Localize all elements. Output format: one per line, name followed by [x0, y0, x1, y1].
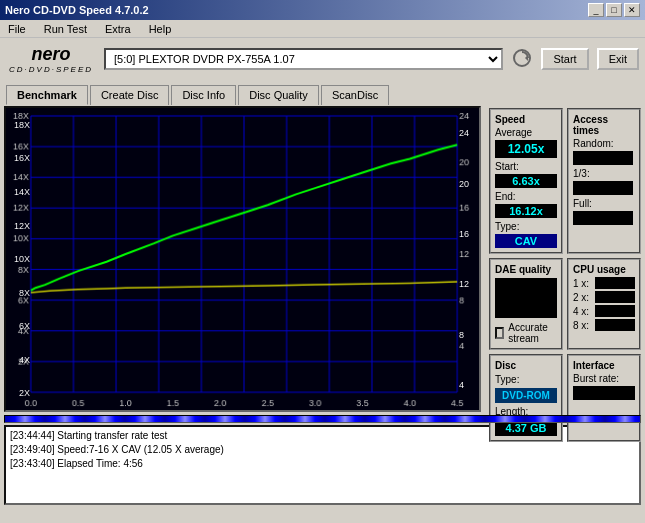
- dae-cpu-row: DAE quality Accurate stream CPU usage 1 …: [489, 258, 641, 350]
- disc-interface-row: Disc Type: DVD-ROM Length: 4.37 GB Inter…: [489, 354, 641, 442]
- access-random-label: Random:: [573, 138, 614, 149]
- speed-average-value: 12.05x: [495, 140, 557, 158]
- cpu-2x-row: 2 x:: [573, 291, 635, 303]
- tab-discquality[interactable]: Disc Quality: [238, 85, 319, 105]
- menu-help[interactable]: Help: [145, 22, 176, 36]
- log-line-2: [23:43:40] Elapsed Time: 4:56: [10, 457, 635, 471]
- logo-sub: CD·DVD·SPEED: [9, 65, 93, 74]
- main-body: 2X 4X 6X 8X 10X 12X 14X 16X 18X 4 8 12 1…: [0, 104, 645, 414]
- cpu-title: CPU usage: [573, 264, 635, 275]
- minimize-button[interactable]: _: [588, 3, 604, 17]
- disc-type-label: Type:: [495, 374, 519, 385]
- speed-type-value: CAV: [495, 234, 557, 248]
- cpu-4x-label: 4 x:: [573, 306, 589, 317]
- close-button[interactable]: ✕: [624, 3, 640, 17]
- access-random-value: [573, 151, 633, 165]
- disc-group: Disc Type: DVD-ROM Length: 4.37 GB: [489, 354, 563, 442]
- drive-select[interactable]: [5:0] PLEXTOR DVDR PX-755A 1.07: [104, 48, 503, 70]
- cpu-8x-label: 8 x:: [573, 320, 589, 331]
- logo-nero: nero: [31, 44, 70, 65]
- interface-group: Interface Burst rate:: [567, 354, 641, 442]
- app-title: Nero CD-DVD Speed 4.7.0.2: [5, 4, 149, 16]
- access-full-row: Full:: [573, 198, 635, 209]
- speed-average-row: Average: [495, 127, 557, 138]
- exit-button[interactable]: Exit: [597, 48, 639, 70]
- speed-start-label: Start:: [495, 161, 519, 172]
- access-group: Access times Random: 1/3: Full:: [567, 108, 641, 254]
- refresh-icon: [511, 47, 533, 69]
- dae-group: DAE quality Accurate stream: [489, 258, 563, 350]
- svg-marker-1: [525, 55, 528, 61]
- cpu-group: CPU usage 1 x: 2 x: 4 x: 8 x:: [567, 258, 641, 350]
- chart-canvas: [6, 108, 479, 410]
- cpu-4x-row: 4 x:: [573, 305, 635, 317]
- dae-accurate-checkbox[interactable]: [495, 327, 504, 339]
- speed-title: Speed: [495, 114, 557, 125]
- cpu-2x-value: [595, 291, 635, 303]
- tab-scandisc[interactable]: ScanDisc: [321, 85, 389, 105]
- burst-rate-label: Burst rate:: [573, 373, 619, 384]
- dae-accurate-row: Accurate stream: [495, 322, 557, 344]
- y-axis-left: 2X 4X 6X 8X 10X 12X 14X 16X 18X: [8, 108, 30, 410]
- disc-title: Disc: [495, 360, 557, 371]
- cpu-1x-value: [595, 277, 635, 289]
- menu-bar: File Run Test Extra Help: [0, 20, 645, 38]
- access-third-row: 1/3:: [573, 168, 635, 179]
- dae-title: DAE quality: [495, 264, 557, 275]
- interface-title: Interface: [573, 360, 635, 371]
- cpu-8x-row: 8 x:: [573, 319, 635, 331]
- tab-createdisc[interactable]: Create Disc: [90, 85, 169, 105]
- log-line-1: [23:49:40] Speed:7-16 X CAV (12.05 X ave…: [10, 443, 635, 457]
- chart-inner: 2X 4X 6X 8X 10X 12X 14X 16X 18X 4 8 12 1…: [4, 106, 481, 412]
- access-random-row: Random:: [573, 138, 635, 149]
- progress-fill: [5, 416, 640, 422]
- access-third-label: 1/3:: [573, 168, 590, 179]
- speed-group: Speed Average 12.05x Start: 6.63x End: 1…: [489, 108, 563, 254]
- cpu-2x-label: 2 x:: [573, 292, 589, 303]
- cpu-1x-label: 1 x:: [573, 278, 589, 289]
- burst-rate-row: Burst rate:: [573, 373, 635, 384]
- chart-area: 2X 4X 6X 8X 10X 12X 14X 16X 18X 4 8 12 1…: [0, 104, 485, 414]
- speed-end-label: End:: [495, 191, 516, 202]
- logo: nero CD·DVD·SPEED: [6, 44, 96, 74]
- progress-bar: [4, 415, 641, 423]
- tabs-area: Benchmark Create Disc Disc Info Disc Qua…: [0, 80, 645, 104]
- maximize-button[interactable]: □: [606, 3, 622, 17]
- speed-type-row: Type:: [495, 221, 557, 232]
- refresh-button[interactable]: [511, 47, 533, 72]
- right-panel: Speed Average 12.05x Start: 6.63x End: 1…: [485, 104, 645, 414]
- speed-end-value: 16.12x: [495, 204, 557, 218]
- access-full-value: [573, 211, 633, 225]
- tab-benchmark[interactable]: Benchmark: [6, 85, 88, 105]
- title-bar: Nero CD-DVD Speed 4.7.0.2 _ □ ✕: [0, 0, 645, 20]
- access-third-value: [573, 181, 633, 195]
- window-controls: _ □ ✕: [588, 3, 640, 17]
- speed-type-label: Type:: [495, 221, 519, 232]
- cpu-8x-value: [595, 319, 635, 331]
- cpu-1x-row: 1 x:: [573, 277, 635, 289]
- disc-type-value: DVD-ROM: [495, 388, 557, 403]
- y-axis-right: 4 8 12 16 20 24: [459, 108, 477, 410]
- start-button[interactable]: Start: [541, 48, 588, 70]
- menu-runtest[interactable]: Run Test: [40, 22, 91, 36]
- menu-file[interactable]: File: [4, 22, 30, 36]
- speed-average-label: Average: [495, 127, 532, 138]
- burst-rate-value: [573, 386, 635, 400]
- disc-type-row: Type:: [495, 374, 557, 385]
- speed-start-value: 6.63x: [495, 174, 557, 188]
- tab-discinfo[interactable]: Disc Info: [171, 85, 236, 105]
- header-area: nero CD·DVD·SPEED [5:0] PLEXTOR DVDR PX-…: [0, 38, 645, 80]
- menu-extra[interactable]: Extra: [101, 22, 135, 36]
- cpu-4x-value: [595, 305, 635, 317]
- dae-accurate-label: Accurate stream: [508, 322, 557, 344]
- speed-end-row: End:: [495, 191, 557, 202]
- speed-start-row: Start:: [495, 161, 557, 172]
- speed-access-row: Speed Average 12.05x Start: 6.63x End: 1…: [489, 108, 641, 254]
- access-full-label: Full:: [573, 198, 592, 209]
- access-title: Access times: [573, 114, 635, 136]
- dae-value-box: [495, 278, 557, 318]
